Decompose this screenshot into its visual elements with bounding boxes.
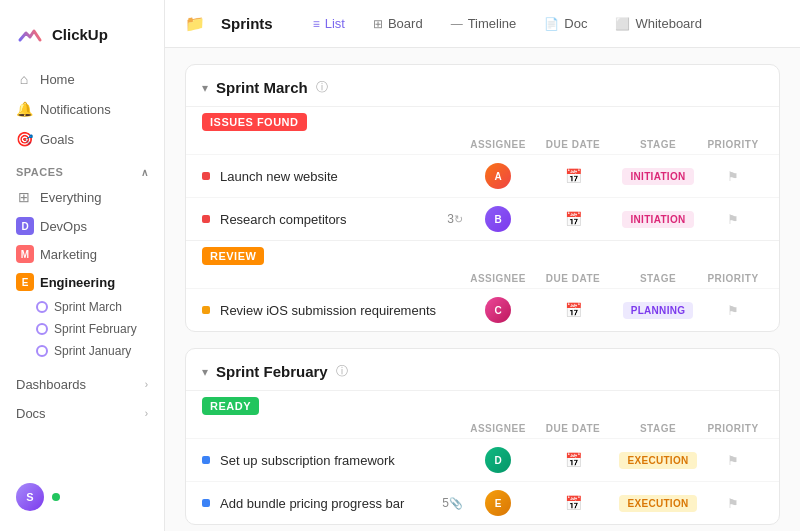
- assignee-avatar: D: [485, 447, 511, 473]
- task-count: 5: [442, 496, 449, 510]
- sprint-february-chevron-icon[interactable]: ▾: [202, 365, 208, 379]
- sidebar-item-sprint-january[interactable]: Sprint January: [8, 340, 156, 362]
- issues-found-status-row: ISSUES FOUND: [186, 107, 779, 135]
- sidebar-item-everything-label: Everything: [40, 190, 101, 205]
- sidebar-item-sprint-march[interactable]: Sprint March: [8, 296, 156, 318]
- priority-flag-icon[interactable]: ⚑: [727, 212, 739, 227]
- tab-board[interactable]: ⊞ Board: [361, 10, 435, 37]
- sidebar-item-notifications[interactable]: 🔔 Notifications: [8, 94, 156, 124]
- sidebar-bottom: S: [0, 475, 164, 519]
- marketing-badge: M: [16, 245, 34, 263]
- assignee-avatar: E: [485, 490, 511, 516]
- sprint-march-section: ▾ Sprint March ⓘ ISSUES FOUND ASSIGNEE D…: [185, 64, 780, 332]
- priority-flag-icon[interactable]: ⚑: [727, 303, 739, 318]
- calendar-icon[interactable]: 📅: [565, 495, 582, 511]
- spaces-label: Spaces: [16, 166, 63, 178]
- tab-doc[interactable]: 📄 Doc: [532, 10, 599, 37]
- stage-badge: PLANNING: [623, 302, 694, 319]
- col-header-duedate: DUE DATE: [533, 139, 613, 150]
- sprint-march-header: ▾ Sprint March ⓘ: [186, 65, 779, 106]
- attachment-icon: 📎: [449, 497, 463, 510]
- link-icon[interactable]: ↻: [454, 213, 463, 226]
- tab-timeline[interactable]: — Timeline: [439, 10, 529, 37]
- assignee-avatar: B: [485, 206, 511, 232]
- user-status-dot: [52, 493, 60, 501]
- task-dot-icon: [202, 499, 210, 507]
- devops-badge: D: [16, 217, 34, 235]
- calendar-icon[interactable]: 📅: [565, 452, 582, 468]
- priority-flag-icon[interactable]: ⚑: [727, 453, 739, 468]
- sidebar-sprint-march-label: Sprint March: [54, 300, 122, 314]
- sprint-february-title: Sprint February: [216, 363, 328, 380]
- task-dot-icon: [202, 306, 210, 314]
- col-header-priority: PRIORITY: [703, 139, 763, 150]
- col-header-stage: STAGE: [613, 139, 703, 150]
- content-area: ▾ Sprint March ⓘ ISSUES FOUND ASSIGNEE D…: [165, 48, 800, 531]
- clickup-logo-icon: [16, 20, 44, 48]
- sidebar-item-goals-label: Goals: [40, 132, 74, 147]
- sidebar-sprint-february-label: Sprint February: [54, 322, 137, 336]
- doc-tab-icon: 📄: [544, 17, 559, 31]
- user-avatar[interactable]: S: [16, 483, 44, 511]
- task-row[interactable]: Review iOS submission requirements C 📅 P…: [186, 288, 779, 331]
- task-name: Add bundle pricing progress bar: [220, 496, 442, 511]
- sprint-january-dot: [36, 345, 48, 357]
- sidebar-item-engineering[interactable]: E Engineering: [8, 268, 156, 296]
- sidebar-item-sprint-february[interactable]: Sprint February: [8, 318, 156, 340]
- sidebar-item-marketing[interactable]: M Marketing: [8, 240, 156, 268]
- sprint-march-chevron-icon[interactable]: ▾: [202, 81, 208, 95]
- tab-list[interactable]: ≡ List: [301, 10, 357, 37]
- ready-status-row: READY: [186, 391, 779, 419]
- calendar-icon[interactable]: 📅: [565, 168, 582, 184]
- review-col-headers: ASSIGNEE DUE DATE STAGE PRIORITY: [186, 269, 779, 288]
- sidebar-item-home[interactable]: ⌂ Home: [8, 64, 156, 94]
- stage-badge: EXECUTION: [619, 495, 696, 512]
- sidebar-item-notifications-label: Notifications: [40, 102, 111, 117]
- sidebar-item-home-label: Home: [40, 72, 75, 87]
- spaces-header: Spaces ∧: [0, 154, 164, 182]
- col-header-assignee: ASSIGNEE: [463, 273, 533, 284]
- calendar-icon[interactable]: 📅: [565, 211, 582, 227]
- sprint-february-header: ▾ Sprint February ⓘ: [186, 349, 779, 390]
- assignee-avatar: A: [485, 163, 511, 189]
- tab-list-label: List: [325, 16, 345, 31]
- sidebar-item-devops[interactable]: D DevOps: [8, 212, 156, 240]
- col-header-stage: STAGE: [613, 273, 703, 284]
- col-header-duedate: DUE DATE: [533, 273, 613, 284]
- sidebar-item-devops-label: DevOps: [40, 219, 87, 234]
- task-name: Research competitors: [220, 212, 447, 227]
- ready-badge: READY: [202, 397, 259, 415]
- sprint-march-review-group: REVIEW ASSIGNEE DUE DATE STAGE PRIORITY …: [186, 240, 779, 331]
- task-name: Set up subscription framework: [220, 453, 463, 468]
- sidebar-item-dashboards[interactable]: Dashboards ›: [8, 370, 156, 399]
- assignee-avatar: C: [485, 297, 511, 323]
- spaces-chevron-icon[interactable]: ∧: [141, 167, 149, 178]
- calendar-icon[interactable]: 📅: [565, 302, 582, 318]
- sidebar-item-everything[interactable]: ⊞ Everything: [8, 182, 156, 212]
- col-header-priority: PRIORITY: [703, 423, 763, 434]
- tab-whiteboard[interactable]: ⬜ Whiteboard: [603, 10, 713, 37]
- sidebar: ClickUp ⌂ Home 🔔 Notifications 🎯 Goals S…: [0, 0, 165, 531]
- sidebar-item-docs[interactable]: Docs ›: [8, 399, 156, 428]
- sidebar-item-goals[interactable]: 🎯 Goals: [8, 124, 156, 154]
- tab-doc-label: Doc: [564, 16, 587, 31]
- task-count: 3: [447, 212, 454, 226]
- task-dot-icon: [202, 456, 210, 464]
- issues-found-badge: ISSUES FOUND: [202, 113, 307, 131]
- sprint-february-section: ▾ Sprint February ⓘ READY ASSIGNEE DUE D…: [185, 348, 780, 525]
- issues-col-headers: ASSIGNEE DUE DATE STAGE PRIORITY: [186, 135, 779, 154]
- priority-flag-icon[interactable]: ⚑: [727, 496, 739, 511]
- task-row[interactable]: Research competitors 3 ↻ B 📅 INITIATION …: [186, 197, 779, 240]
- user-initials: S: [26, 491, 33, 503]
- task-row[interactable]: Launch new website A 📅 INITIATION ⚑: [186, 154, 779, 197]
- priority-flag-icon[interactable]: ⚑: [727, 169, 739, 184]
- engineering-badge: E: [16, 273, 34, 291]
- sprint-march-issues-group: ISSUES FOUND ASSIGNEE DUE DATE STAGE PRI…: [186, 106, 779, 240]
- task-row[interactable]: Set up subscription framework D 📅 EXECUT…: [186, 438, 779, 481]
- task-dot-icon: [202, 215, 210, 223]
- task-name: Review iOS submission requirements: [220, 303, 463, 318]
- task-row[interactable]: Add bundle pricing progress bar 5 📎 E 📅 …: [186, 481, 779, 524]
- stage-badge: EXECUTION: [619, 452, 696, 469]
- timeline-tab-icon: —: [451, 17, 463, 31]
- sprint-february-info-icon: ⓘ: [336, 363, 348, 380]
